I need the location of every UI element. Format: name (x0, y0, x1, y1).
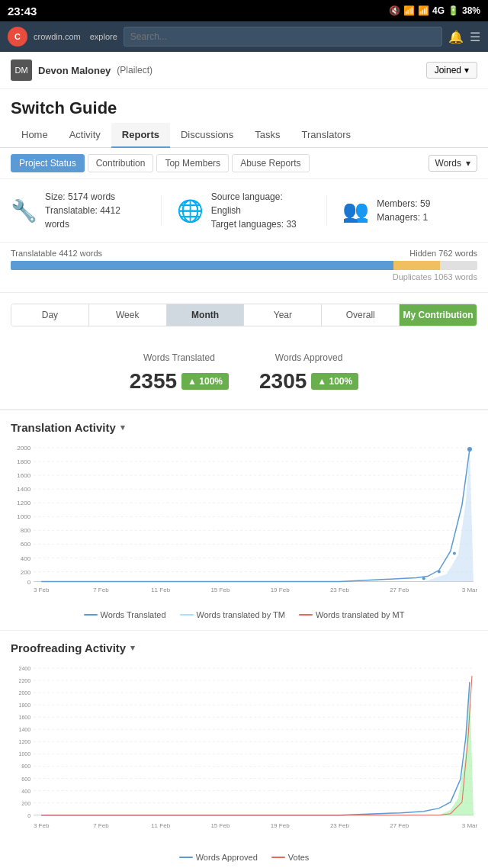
tab-home[interactable]: Home (11, 123, 59, 148)
svg-text:3 Mar: 3 Mar (462, 821, 477, 828)
svg-text:27 Feb: 27 Feb (390, 587, 409, 593)
period-year[interactable]: Year (244, 304, 322, 326)
signal2-icon: 📶 (418, 5, 429, 16)
words-approved-label: Words Approved (259, 352, 358, 363)
legend-dot-votes (271, 857, 285, 858)
subtab-contribution[interactable]: Contribution (88, 154, 154, 172)
period-my-contribution[interactable]: My Contribution (400, 304, 477, 326)
username: Devon Maloney (38, 65, 111, 76)
members-value: 59 (420, 198, 430, 209)
size-value: 5174 words (68, 191, 115, 202)
translatable-label: Translatable: (45, 205, 100, 216)
svg-text:400: 400 (21, 555, 31, 562)
svg-text:19 Feb: 19 Feb (271, 587, 290, 593)
legend-words-translated: Words Translated (84, 610, 166, 619)
tab-discussions[interactable]: Discussions (170, 123, 244, 148)
translation-activity-section: Translation Activity ▾ 2000 1800 1600 14… (0, 410, 488, 630)
translation-chart-legend: Words Translated Words translated by TM … (0, 604, 488, 630)
svg-text:1200: 1200 (18, 739, 30, 744)
translation-activity-chevron[interactable]: ▾ (120, 423, 125, 432)
svg-text:15 Feb: 15 Feb (210, 821, 230, 828)
svg-text:3 Feb: 3 Feb (34, 821, 50, 828)
svg-text:1000: 1000 (17, 513, 30, 520)
period-overall[interactable]: Overall (322, 304, 400, 326)
svg-marker-30 (424, 448, 474, 582)
tab-tasks[interactable]: Tasks (244, 123, 291, 148)
words-approved-stat: Words Approved 2305 ▲ 100% (259, 352, 358, 394)
words-dropdown[interactable]: Words ▾ (429, 155, 477, 172)
joined-button[interactable]: Joined ▾ (426, 62, 477, 79)
target-langs: Target languages: 33 (211, 219, 297, 230)
subtab-abuse-reports[interactable]: Abuse Reports (232, 154, 309, 172)
svg-text:2200: 2200 (18, 678, 30, 683)
stat-size: 🔧 Size: 5174 words Translatable: 4412 wo… (11, 190, 146, 231)
translation-chart-area: 2000 1800 1600 1400 1200 1000 800 600 40… (0, 440, 488, 604)
menu-icon[interactable]: ☰ (470, 30, 480, 44)
progress-fill (11, 261, 393, 270)
svg-text:1800: 1800 (17, 458, 30, 465)
legend-words-approved: Words Approved (179, 853, 258, 862)
period-week[interactable]: Week (89, 304, 167, 326)
svg-text:11 Feb: 11 Feb (151, 587, 170, 593)
svg-text:23 Feb: 23 Feb (330, 821, 349, 828)
svg-text:1800: 1800 (18, 702, 30, 708)
people-icon: 👥 (342, 198, 369, 223)
app-logo[interactable]: C (8, 27, 27, 47)
svg-text:2000: 2000 (18, 690, 30, 696)
proofreading-activity-chevron[interactable]: ▾ (130, 643, 135, 653)
subtab-top-members[interactable]: Top Members (156, 154, 229, 172)
top-nav: C crowdin.com explore 🔔 ☰ (0, 21, 488, 52)
svg-text:11 Feb: 11 Feb (151, 821, 170, 828)
status-icons: 🔇 📶 📶 4G 🔋 38% (389, 5, 480, 16)
divider-2 (326, 195, 327, 226)
subtab-project-status[interactable]: Project Status (11, 154, 85, 172)
proofreading-chart-area: 2400 2200 2000 1800 1600 1400 1200 1000 … (0, 661, 488, 847)
translation-activity-title: Translation Activity (11, 421, 116, 434)
proofreading-activity-section: Proofreading Activity ▾ 2400 2200 2000 1… (0, 630, 488, 868)
svg-text:1200: 1200 (17, 500, 30, 506)
legend-dot-tm (180, 614, 194, 616)
period-day[interactable]: Day (11, 304, 89, 326)
svg-text:1400: 1400 (17, 486, 30, 493)
svg-text:800: 800 (21, 527, 31, 534)
search-input[interactable] (124, 27, 442, 47)
svg-text:200: 200 (21, 800, 30, 805)
svg-point-33 (453, 551, 456, 555)
proofreading-activity-header: Proofreading Activity ▾ (0, 631, 488, 661)
legend-dot-mt (299, 614, 313, 616)
svg-text:0: 0 (27, 579, 31, 586)
svg-text:800: 800 (21, 764, 30, 769)
project-stats-row: 🔧 Size: 5174 words Translatable: 4412 wo… (0, 179, 488, 243)
words-approved-value-row: 2305 ▲ 100% (259, 369, 358, 394)
svg-text:600: 600 (21, 776, 30, 781)
notification-icon[interactable]: 🔔 (448, 30, 464, 44)
members-label: Members: (377, 198, 420, 209)
proofreading-activity-title: Proofreading Activity (11, 641, 126, 654)
page-title: Switch Guide (0, 89, 488, 123)
words-translated-label: Words Translated (130, 352, 229, 363)
main-tabs: Home Activity Reports Discussions Tasks … (0, 123, 488, 148)
stat-langs: 🌐 Source language: English Target langua… (177, 190, 312, 231)
hidden-words-label: Hidden 762 words (409, 249, 477, 258)
tab-reports[interactable]: Reports (111, 123, 170, 148)
battery-icon: 🔋 (448, 5, 459, 16)
progress-bar (11, 261, 477, 270)
legend-dot-approved (179, 857, 193, 858)
svg-text:7 Feb: 7 Feb (93, 821, 109, 828)
tab-translators[interactable]: Translators (291, 123, 362, 148)
nav-explore[interactable]: explore (90, 32, 117, 41)
proofreading-chart-legend: Words Approved Votes (0, 847, 488, 868)
svg-text:7 Feb: 7 Feb (93, 587, 109, 593)
svg-text:200: 200 (21, 569, 31, 576)
words-translated-stat: Words Translated 2355 ▲ 100% (130, 352, 229, 394)
tab-activity[interactable]: Activity (59, 123, 111, 148)
svg-text:1600: 1600 (17, 472, 30, 479)
battery-pct: 38% (462, 5, 480, 16)
svg-text:23 Feb: 23 Feb (330, 587, 349, 593)
status-time: 23:43 (8, 5, 37, 18)
svg-text:2000: 2000 (17, 445, 30, 452)
period-month[interactable]: Month (167, 304, 245, 326)
size-label: Size: (45, 191, 68, 202)
nav-crowdin[interactable]: crowdin.com (34, 32, 81, 41)
source-lang: Source language: English (211, 191, 283, 216)
